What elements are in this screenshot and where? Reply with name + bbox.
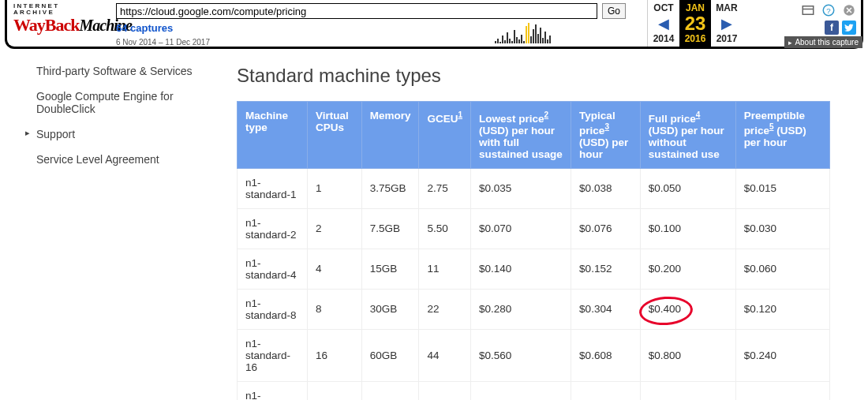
facebook-icon[interactable]: f [825,21,839,35]
cell-lowest: $1.120 [471,381,571,400]
close-icon[interactable] [842,3,856,17]
cell-full: $0.400 [640,289,735,329]
table-row: n1-standard-227.5GB5.50$0.070$0.076$0.10… [238,208,830,249]
cell-machine-type: n1-standard-4 [238,249,308,289]
cell-full: $1.600 [640,381,735,400]
cell-preempt: $0.120 [735,289,829,329]
cell-mem: 120GB [361,381,419,400]
cell-mem: 30GB [361,289,419,329]
col-typical: Typical price3 (USD) per hour [571,102,641,169]
sidebar-item-support[interactable]: Support [36,121,213,147]
cell-typical: $0.076 [571,208,641,249]
cell-lowest: $0.035 [471,168,571,208]
cell-machine-type: n1-standard-326 [238,381,308,400]
cell-vcpus: 32 [307,381,361,400]
cell-gceu: 2.75 [419,168,471,208]
wayback-logo[interactable]: INTERNET ARCHIVE WayBackMachine [7,0,108,47]
screenshot-icon[interactable] [801,3,815,17]
wayback-toolbar: INTERNET ARCHIVE WayBackMachine Go 64 ca… [5,0,863,49]
cell-typical: $1.216 [571,381,641,400]
cell-gceu: 22 [419,289,471,329]
cell-typical: $0.038 [571,168,641,208]
col-lowest: Lowest price2 (USD) per hour with full s… [471,102,571,169]
footnote-3-link[interactable]: 3 [604,122,609,131]
cell-preempt: $0.480 [735,381,829,400]
cell-full: $0.050 [640,168,735,208]
cell-vcpus: 2 [307,208,361,249]
col-memory: Memory [361,102,419,169]
calendar-current[interactable]: JAN 23 2016 [679,0,711,47]
cell-lowest: $0.560 [471,329,571,381]
help-icon[interactable]: ? [821,3,836,17]
wayback-calendar: OCT ◀ 2014 JAN 23 2016 MAR ▶ 2017 [647,0,743,47]
cell-typical: $0.152 [571,249,641,289]
cell-mem: 15GB [361,249,419,289]
sidebar-item-sla[interactable]: Service Level Agreement [36,147,213,172]
highlight-circle: $0.400 [649,303,681,315]
captures-link[interactable]: 64 captures [116,22,173,34]
cell-typical: $0.608 [571,329,641,381]
cell-mem: 3.75GB [361,168,419,208]
cell-lowest: $0.070 [471,208,571,249]
wayback-word: WayBack [13,17,79,34]
cell-vcpus: 8 [307,289,361,329]
wayback-go-button[interactable]: Go [602,3,626,19]
cell-preempt: $0.240 [735,329,829,381]
col-preempt: Preemptible price5 (USD) per hour [735,102,829,169]
captures-range: 6 Nov 2014 – 11 Dec 2017 [116,38,210,47]
col-vcpus: Virtual CPUs [307,102,361,169]
captures-sparkline[interactable] [495,20,551,43]
sidebar-item-gce-doubleclick[interactable]: Google Compute Engine for DoubleClick [36,84,213,121]
main-content: Standard machine types Machine type Virt… [229,49,868,400]
cell-machine-type: n1-standard-1 [238,168,308,208]
sidebar-item-third-party[interactable]: Third-party Software & Services [36,58,213,84]
calendar-prev[interactable]: OCT ◀ 2014 [648,0,679,47]
cell-machine-type: n1-standard-8 [238,289,308,329]
about-capture-tooltip[interactable]: About this capture [784,36,862,48]
cell-mem: 60GB [361,329,419,381]
table-row: n1-standard-4415GB11$0.140$0.152$0.200$0… [238,249,830,289]
cell-full: $0.800 [640,329,735,381]
wayback-url-input[interactable] [116,3,597,19]
svg-text:?: ? [826,6,831,15]
next-arrow-icon[interactable]: ▶ [711,18,743,29]
svg-rect-0 [803,6,814,15]
table-row: n1-standard-161660GB44$0.560$0.608$0.800… [238,329,830,381]
cell-full: $0.200 [640,249,735,289]
cell-preempt: $0.060 [735,249,829,289]
cell-preempt: $0.015 [735,168,829,208]
table-row: n1-standard-32632120GB88$1.120$1.216$1.6… [238,381,830,400]
cell-machine-type: n1-standard-2 [238,208,308,249]
cell-lowest: $0.140 [471,249,571,289]
pricing-table: Machine type Virtual CPUs Memory GCEU1 L… [237,101,830,400]
footnote-4-link[interactable]: 4 [696,110,701,119]
col-gceu: GCEU1 [419,102,471,169]
cell-gceu: 88 [419,381,471,400]
cell-lowest: $0.280 [471,289,571,329]
internet-archive-label: INTERNET ARCHIVE [13,3,103,16]
table-row: n1-standard-8830GB22$0.280$0.304$0.400$0… [238,289,830,329]
footnote-1-link[interactable]: 1 [458,110,462,119]
cell-full: $0.100 [640,208,735,249]
cell-gceu: 44 [419,329,471,381]
cell-vcpus: 4 [307,249,361,289]
section-title: Standard machine types [237,65,830,87]
table-row: n1-standard-113.75GB2.75$0.035$0.038$0.0… [238,168,830,208]
cell-mem: 7.5GB [361,208,419,249]
col-full: Full price4 (USD) per hour without susta… [640,102,735,169]
sidebar-nav: Third-party Software & Services Google C… [0,49,229,400]
twitter-icon[interactable] [842,21,856,35]
footnote-2-link[interactable]: 2 [544,110,549,119]
col-machine-type: Machine type [238,102,308,169]
cell-gceu: 5.50 [419,208,471,249]
cell-vcpus: 16 [307,329,361,381]
cell-preempt: $0.030 [735,208,829,249]
cell-machine-type: n1-standard-16 [238,329,308,381]
cell-typical: $0.304 [571,289,641,329]
prev-arrow-icon[interactable]: ◀ [648,18,679,29]
cell-vcpus: 1 [307,168,361,208]
calendar-next[interactable]: MAR ▶ 2017 [711,0,743,47]
cell-gceu: 11 [419,249,471,289]
